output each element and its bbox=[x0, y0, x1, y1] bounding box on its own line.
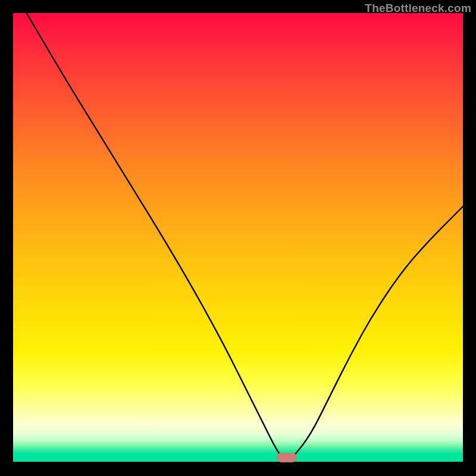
chart-frame: TheBottleneck.com bbox=[0, 0, 476, 476]
bottleneck-curve bbox=[13, 13, 463, 463]
baseline bbox=[13, 462, 463, 463]
optimal-marker bbox=[277, 453, 297, 462]
plot-area bbox=[13, 13, 463, 463]
